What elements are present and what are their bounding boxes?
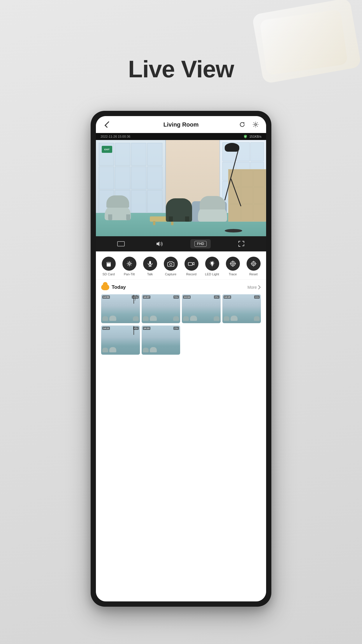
- trace-icon-circle: [226, 257, 240, 271]
- aspect-ratio-icon: [117, 241, 125, 246]
- record-icon-circle: [184, 257, 198, 271]
- refresh-icon: [239, 121, 245, 128]
- svg-rect-2: [117, 242, 124, 246]
- record-action[interactable]: Record: [181, 257, 202, 276]
- talk-icon-circle: [143, 257, 157, 271]
- talk-label: Talk: [147, 272, 153, 276]
- reset-action[interactable]: Reset: [243, 257, 264, 276]
- sd-card-icon-circle: [102, 257, 116, 271]
- svg-rect-4: [107, 262, 108, 263]
- svg-rect-9: [149, 261, 151, 265]
- talk-icon: [147, 260, 153, 267]
- more-link[interactable]: More: [247, 285, 261, 290]
- pan-tilt-label: Pan-Tilt: [124, 272, 135, 276]
- svg-point-21: [252, 262, 256, 266]
- thumb-time-3: 14:16: [183, 295, 191, 299]
- thumbnail-6[interactable]: 14:10 23s: [142, 326, 180, 354]
- cloud-icon: [101, 284, 109, 290]
- settings-icon: [252, 121, 259, 128]
- svg-point-22: [253, 263, 254, 265]
- svg-point-12: [170, 263, 172, 265]
- volume-button[interactable]: [152, 239, 167, 249]
- trace-icon: [229, 260, 236, 267]
- thumbnails-row1: 14:50 123s 14:37 53s: [101, 294, 261, 323]
- network-speed: 151KB/s: [249, 135, 261, 138]
- svg-rect-5: [108, 262, 109, 263]
- camera-title: Living Room: [163, 121, 198, 128]
- shield-icon: [243, 134, 247, 139]
- tablet-screen: Living Room 2022-11: [96, 116, 266, 601]
- more-label: More: [247, 285, 257, 290]
- sd-card-action[interactable]: SD Card: [99, 257, 119, 276]
- reset-icon-circle: [247, 257, 261, 271]
- thumbnails-row2: 14:11 45s 14:10 23s: [101, 326, 261, 354]
- thumb-duration-5: 45s: [133, 327, 139, 330]
- sd-card-label: SD Card: [102, 272, 115, 276]
- pan-tilt-action[interactable]: Pan-Tilt: [119, 257, 140, 276]
- reset-label: Reset: [249, 272, 258, 276]
- shelf: [228, 169, 266, 222]
- svg-point-1: [255, 124, 256, 125]
- room-scene: EXIT: [96, 140, 266, 236]
- quality-badge: FHD: [194, 241, 207, 247]
- svg-point-16: [232, 263, 233, 264]
- capture-icon-circle: [164, 257, 178, 271]
- today-header: Today More: [101, 284, 261, 290]
- header-bar: Living Room: [96, 116, 266, 133]
- thumbnail-4[interactable]: 14:15 22s: [222, 294, 261, 323]
- status-right: 151KB/s: [243, 134, 261, 139]
- talk-action[interactable]: Talk: [140, 257, 160, 276]
- today-title: Today: [112, 284, 126, 290]
- capture-label: Capture: [165, 272, 176, 276]
- aspect-ratio-button[interactable]: [113, 239, 129, 248]
- svg-rect-6: [110, 262, 110, 263]
- thumbnail-1[interactable]: 14:50 123s: [101, 294, 140, 323]
- quality-button[interactable]: FHD: [190, 239, 211, 249]
- chair-center: [166, 198, 192, 222]
- chair-left: [105, 195, 134, 220]
- bg-decoration: [240, 0, 362, 93]
- thumbnail-2[interactable]: 14:37 53s: [142, 294, 180, 323]
- settings-button[interactable]: [251, 120, 260, 129]
- thumb-duration-1: 123s: [132, 295, 138, 299]
- reset-icon: [250, 260, 257, 267]
- thumbnail-5[interactable]: 14:11 45s: [101, 326, 140, 354]
- capture-icon: [167, 260, 174, 267]
- svg-point-8: [129, 263, 130, 264]
- svg-point-13: [211, 262, 214, 265]
- header-right-actions: [238, 120, 260, 129]
- action-buttons-row: SD Card Pan-Tilt: [96, 251, 266, 280]
- led-light-label: LED Light: [205, 272, 219, 276]
- thumb-time-4: 14:15: [224, 295, 231, 299]
- thumbnail-3[interactable]: 14:16 25s: [182, 294, 221, 323]
- fullscreen-button[interactable]: [234, 239, 249, 249]
- today-left: Today: [101, 284, 126, 290]
- record-label: Record: [186, 272, 196, 276]
- refresh-button[interactable]: [238, 120, 247, 129]
- status-bar: 2022-11-26 15:00:36 151KB/s: [96, 133, 266, 140]
- thumb-duration-2: 53s: [173, 295, 179, 299]
- video-controls-bar: FHD: [96, 236, 266, 251]
- record-icon: [188, 260, 195, 267]
- back-button[interactable]: [102, 119, 112, 130]
- chevron-right-icon: [258, 285, 261, 290]
- thumb-time-6: 14:10: [143, 327, 150, 330]
- thumb-time-5: 14:11: [102, 327, 110, 330]
- tablet-device: Living Room 2022-11: [91, 111, 271, 607]
- today-section: Today More: [96, 280, 266, 358]
- thumb-duration-4: 22s: [254, 295, 260, 299]
- thumb-duration-6: 23s: [173, 327, 179, 330]
- volume-icon: [156, 241, 163, 247]
- led-light-icon-circle: [205, 257, 219, 271]
- pan-tilt-icon: [126, 260, 133, 267]
- pan-tilt-icon-circle: [122, 257, 136, 271]
- capture-action[interactable]: Capture: [161, 257, 181, 276]
- sd-card-icon: [106, 260, 112, 267]
- led-light-action[interactable]: LED Light: [202, 257, 222, 276]
- thumb-time-2: 14:37: [143, 295, 150, 299]
- trace-action[interactable]: Trace: [223, 257, 243, 276]
- fullscreen-icon: [238, 240, 245, 247]
- thumb-duration-3: 25s: [214, 295, 219, 299]
- trace-label: Trace: [229, 272, 237, 276]
- thumb-time-1: 14:50: [102, 295, 110, 299]
